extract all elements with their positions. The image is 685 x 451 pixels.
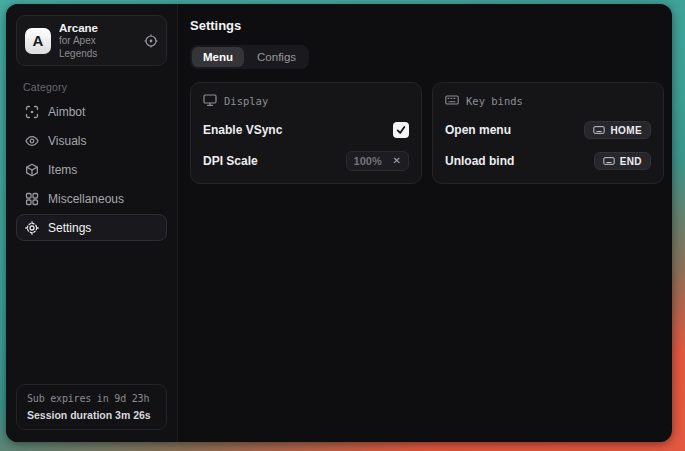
app-logo: A [25,28,51,54]
gear-icon [25,221,39,235]
sub-expires-text: Sub expires in 9d 23h [27,393,156,404]
sidebar-item-label: Settings [48,221,91,235]
display-card-title: Display [224,95,268,107]
sidebar-item-label: Items [48,163,77,177]
sidebar-item-label: Aimbot [48,105,85,119]
keybinds-card: Key binds Open menu HOME [432,82,664,184]
clear-icon[interactable]: ✕ [393,156,401,166]
tab-menu[interactable]: Menu [192,47,244,67]
open-menu-label: Open menu [445,123,511,137]
app-title: Arcane [59,21,136,35]
sidebar-item-label: Visuals [48,134,86,148]
keyboard-icon [445,93,459,109]
session-duration-text: Session duration 3m 26s [27,409,156,421]
sidebar-item-aimbot[interactable]: Aimbot [16,98,167,125]
sidebar-item-visuals[interactable]: Visuals [16,127,167,154]
dpi-scale-input[interactable] [354,155,388,167]
page-title: Settings [190,18,664,33]
sidebar-item-label: Miscellaneous [48,192,124,206]
app-identity: Arcane for Apex Legends [59,21,136,60]
sidebar: A Arcane for Apex Legends Category [6,4,178,442]
main-content: Settings Menu Configs Display [178,4,676,442]
keybinds-card-title: Key binds [466,95,523,107]
category-label: Category [23,81,167,93]
unload-bind-row: Unload bind END [445,151,651,171]
eye-icon [25,134,39,148]
crosshair-circle-icon[interactable] [144,34,158,48]
unload-bind-label: Unload bind [445,154,514,168]
subscription-info-box: Sub expires in 9d 23h Session duration 3… [16,384,167,430]
keyboard-icon [603,156,615,166]
unload-bind-value: END [620,156,642,167]
tab-bar: Menu Configs [190,45,309,69]
grid-icon [25,192,39,206]
crosshair-scan-icon [25,105,39,119]
dpi-row: DPI Scale ✕ [203,151,409,171]
open-menu-bind-button[interactable]: HOME [584,121,651,139]
display-card: Display Enable VSync DPI Scale ✕ [190,82,422,184]
sidebar-item-items[interactable]: Items [16,156,167,183]
dpi-label: DPI Scale [203,154,258,168]
vsync-label: Enable VSync [203,123,282,137]
cube-icon [25,163,39,177]
open-menu-bind-value: HOME [610,125,642,136]
vsync-checkbox[interactable] [393,122,409,138]
app-subtitle: for Apex Legends [59,35,136,60]
sidebar-nav: Aimbot Visuals [16,98,167,241]
unload-bind-button[interactable]: END [594,152,651,170]
app-window: A Arcane for Apex Legends Category [6,4,672,442]
settings-cards: Display Enable VSync DPI Scale ✕ [190,82,664,184]
check-icon [396,125,406,135]
dpi-scale-control: ✕ [346,151,409,171]
tab-configs[interactable]: Configs [246,47,307,67]
monitor-icon [203,93,217,109]
display-card-header: Display [203,93,409,109]
sidebar-item-miscellaneous[interactable]: Miscellaneous [16,185,167,212]
sidebar-header: A Arcane for Apex Legends [16,15,167,66]
vsync-row: Enable VSync [203,120,409,140]
sidebar-item-settings[interactable]: Settings [16,214,167,241]
open-menu-row: Open menu HOME [445,120,651,140]
keyboard-icon [593,125,605,135]
keybinds-card-header: Key binds [445,93,651,109]
